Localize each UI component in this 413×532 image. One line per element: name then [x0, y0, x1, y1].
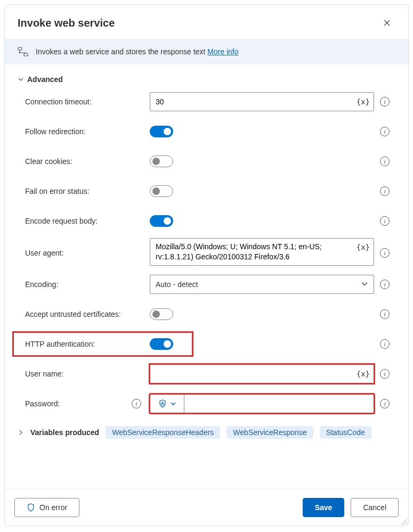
- info-icon[interactable]: i: [380, 280, 390, 289]
- label-follow-redirection: Follow redirection:: [18, 127, 150, 136]
- label-user-agent: User agent:: [18, 249, 150, 257]
- connection-timeout-input[interactable]: [150, 92, 374, 111]
- banner-desc: Invokes a web service and stores the res…: [36, 47, 205, 56]
- label-http-auth: HTTP authentication:: [18, 340, 150, 348]
- row-accept-untrusted: Accept untrusted certificates: i: [18, 299, 395, 329]
- info-icon[interactable]: i: [380, 309, 390, 319]
- cancel-label: Cancel: [363, 503, 386, 512]
- cancel-button[interactable]: Cancel: [351, 498, 399, 517]
- label-clear-cookies: Clear cookies:: [18, 157, 150, 166]
- svg-point-2: [19, 52, 21, 54]
- password-field-wrap: [150, 394, 374, 413]
- svg-rect-3: [161, 404, 164, 406]
- row-encode-request: Encode request body: i: [18, 206, 395, 236]
- svg-rect-0: [18, 47, 22, 50]
- save-button[interactable]: Save: [303, 498, 345, 517]
- chevron-right-icon[interactable]: [18, 429, 24, 436]
- label-user-name: User name:: [18, 370, 150, 378]
- info-icon[interactable]: i: [380, 369, 390, 379]
- row-variables-produced: Variables produced WebServiceResponseHea…: [18, 419, 395, 443]
- row-encoding: Encoding: Auto - detect i: [18, 269, 395, 299]
- dialog: Invoke web service Invokes a web service…: [4, 4, 409, 526]
- dialog-footer: On error Save Cancel: [5, 489, 408, 526]
- dialog-body: Advanced Connection timeout: {x} i Follo…: [5, 64, 408, 489]
- info-icon[interactable]: i: [380, 186, 390, 196]
- encoding-value: Auto - detect: [156, 280, 198, 289]
- encode-request-toggle[interactable]: [150, 215, 173, 227]
- label-password: Password:: [25, 399, 60, 408]
- accept-untrusted-toggle[interactable]: [150, 308, 173, 320]
- row-user-agent: User agent: {x} i: [18, 236, 395, 269]
- clear-cookies-toggle[interactable]: [150, 155, 173, 167]
- variable-pill[interactable]: WebServiceResponseHeaders: [106, 426, 220, 439]
- user-agent-input[interactable]: [150, 238, 374, 266]
- chevron-down-icon: [170, 400, 176, 407]
- info-icon[interactable]: i: [380, 248, 390, 258]
- variable-pill[interactable]: WebServiceResponse: [226, 426, 313, 439]
- on-error-label: On error: [39, 503, 67, 512]
- dialog-header: Invoke web service: [5, 5, 408, 39]
- row-follow-redirection: Follow redirection: i: [18, 117, 395, 146]
- row-http-auth: HTTP authentication:: [18, 329, 189, 359]
- password-input[interactable]: [184, 395, 374, 413]
- variable-pill[interactable]: StatusCode: [320, 426, 371, 439]
- section-advanced-header[interactable]: Advanced: [18, 70, 395, 87]
- label-connection-timeout: Connection timeout:: [18, 97, 150, 106]
- input-wrap-connection-timeout: {x}: [150, 92, 374, 111]
- info-icon[interactable]: i: [380, 127, 390, 136]
- password-mode-selector[interactable]: [150, 395, 184, 413]
- chevron-down-icon: [361, 280, 368, 289]
- banner-text: Invokes a web service and stores the res…: [36, 47, 239, 56]
- save-label: Save: [315, 503, 333, 512]
- description-banner: Invokes a web service and stores the res…: [5, 39, 408, 64]
- row-clear-cookies: Clear cookies: i: [18, 146, 395, 176]
- user-name-input[interactable]: [150, 364, 374, 383]
- shield-icon: [27, 503, 35, 512]
- svg-rect-1: [24, 53, 28, 56]
- http-auth-toggle[interactable]: [150, 338, 173, 350]
- info-icon[interactable]: i: [380, 339, 390, 349]
- row-password: Password: i i: [18, 389, 395, 419]
- resize-grip[interactable]: [400, 517, 407, 525]
- shield-lock-icon: [158, 399, 167, 408]
- label-encode-request: Encode request body:: [18, 217, 150, 225]
- info-icon[interactable]: i: [380, 399, 390, 408]
- info-icon[interactable]: i: [380, 97, 390, 107]
- on-error-button[interactable]: On error: [14, 498, 79, 517]
- label-variables-produced: Variables produced: [30, 428, 99, 437]
- label-accept-untrusted: Accept untrusted certificates:: [18, 310, 150, 318]
- close-icon: [383, 19, 391, 27]
- row-fail-on-error: Fail on error status: i: [18, 176, 395, 206]
- row-connection-timeout: Connection timeout: {x} i: [18, 87, 395, 117]
- encoding-select[interactable]: Auto - detect: [150, 275, 374, 294]
- section-advanced-label: Advanced: [27, 75, 63, 84]
- info-icon[interactable]: i: [380, 216, 390, 226]
- fail-on-error-toggle[interactable]: [150, 185, 173, 197]
- info-icon[interactable]: i: [380, 157, 390, 166]
- follow-redirection-toggle[interactable]: [150, 126, 173, 137]
- chevron-down-icon: [18, 76, 24, 83]
- label-encoding: Encoding:: [18, 280, 150, 289]
- label-fail-on-error: Fail on error status:: [18, 187, 150, 195]
- more-info-link[interactable]: More info: [207, 47, 238, 56]
- webservice-icon: [18, 46, 28, 57]
- input-wrap-user-name: {x}: [150, 364, 374, 383]
- row-user-name: User name: {x} i: [18, 359, 395, 389]
- info-icon[interactable]: i: [132, 399, 141, 408]
- dialog-title: Invoke web service: [18, 17, 115, 29]
- close-button[interactable]: [378, 14, 395, 31]
- input-wrap-user-agent: {x}: [150, 238, 374, 267]
